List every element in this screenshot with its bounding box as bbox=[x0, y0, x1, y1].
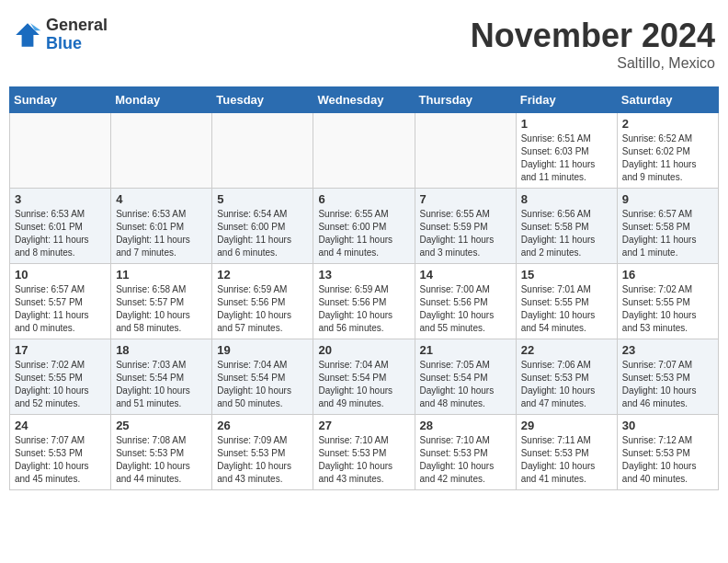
day-info: Sunrise: 7:07 AM Sunset: 5:53 PM Dayligh… bbox=[622, 359, 713, 410]
day-info: Sunrise: 7:04 AM Sunset: 5:54 PM Dayligh… bbox=[318, 359, 409, 410]
day-number: 11 bbox=[116, 268, 207, 282]
day-info: Sunrise: 6:51 AM Sunset: 6:03 PM Dayligh… bbox=[521, 132, 612, 184]
logo-general-text: General bbox=[46, 17, 108, 35]
calendar-cell: 24Sunrise: 7:07 AM Sunset: 5:53 PM Dayli… bbox=[10, 415, 111, 490]
calendar-cell: 12Sunrise: 6:59 AM Sunset: 5:56 PM Dayli… bbox=[212, 264, 313, 339]
calendar-cell: 8Sunrise: 6:56 AM Sunset: 5:58 PM Daylig… bbox=[516, 189, 617, 264]
day-info: Sunrise: 7:12 AM Sunset: 5:53 PM Dayligh… bbox=[622, 434, 713, 486]
day-number: 3 bbox=[15, 192, 106, 206]
day-info: Sunrise: 7:10 AM Sunset: 5:53 PM Dayligh… bbox=[318, 434, 409, 486]
page-header: General Blue November 2024 Saltillo, Mex… bbox=[9, 9, 719, 79]
day-number: 8 bbox=[521, 192, 612, 206]
calendar-cell: 28Sunrise: 7:10 AM Sunset: 5:53 PM Dayli… bbox=[415, 415, 516, 490]
calendar-cell: 7Sunrise: 6:55 AM Sunset: 5:59 PM Daylig… bbox=[415, 189, 516, 264]
day-header-monday: Monday bbox=[111, 87, 212, 113]
calendar-cell bbox=[313, 113, 415, 189]
day-number: 1 bbox=[521, 117, 612, 131]
day-header-friday: Friday bbox=[516, 87, 617, 113]
day-header-thursday: Thursday bbox=[415, 87, 516, 113]
day-number: 26 bbox=[217, 419, 308, 432]
day-info: Sunrise: 7:05 AM Sunset: 5:54 PM Dayligh… bbox=[420, 359, 511, 410]
day-info: Sunrise: 7:08 AM Sunset: 5:53 PM Dayligh… bbox=[116, 434, 207, 486]
day-info: Sunrise: 7:09 AM Sunset: 5:53 PM Dayligh… bbox=[217, 434, 308, 486]
day-number: 28 bbox=[420, 419, 511, 432]
day-header-wednesday: Wednesday bbox=[313, 87, 415, 113]
day-info: Sunrise: 7:02 AM Sunset: 5:55 PM Dayligh… bbox=[15, 359, 106, 410]
calendar-cell bbox=[111, 113, 212, 189]
day-info: Sunrise: 6:59 AM Sunset: 5:56 PM Dayligh… bbox=[318, 283, 409, 335]
day-number: 13 bbox=[318, 268, 409, 282]
calendar-cell: 16Sunrise: 7:02 AM Sunset: 5:55 PM Dayli… bbox=[617, 264, 718, 339]
logo: General Blue bbox=[13, 17, 108, 53]
calendar-cell: 2Sunrise: 6:52 AM Sunset: 6:02 PM Daylig… bbox=[617, 113, 718, 189]
day-number: 12 bbox=[217, 268, 308, 282]
day-header-saturday: Saturday bbox=[617, 87, 718, 113]
calendar-cell: 15Sunrise: 7:01 AM Sunset: 5:55 PM Dayli… bbox=[516, 264, 617, 339]
calendar-cell: 30Sunrise: 7:12 AM Sunset: 5:53 PM Dayli… bbox=[617, 415, 718, 490]
day-info: Sunrise: 6:58 AM Sunset: 5:57 PM Dayligh… bbox=[116, 283, 207, 335]
location-subtitle: Saltillo, Mexico bbox=[471, 55, 715, 72]
calendar-cell: 19Sunrise: 7:04 AM Sunset: 5:54 PM Dayli… bbox=[212, 339, 313, 415]
day-number: 5 bbox=[217, 192, 308, 206]
day-info: Sunrise: 7:01 AM Sunset: 5:55 PM Dayligh… bbox=[521, 283, 612, 335]
day-info: Sunrise: 7:04 AM Sunset: 5:54 PM Dayligh… bbox=[217, 359, 308, 410]
day-number: 23 bbox=[622, 343, 713, 357]
day-info: Sunrise: 6:55 AM Sunset: 5:59 PM Dayligh… bbox=[420, 208, 511, 259]
day-number: 25 bbox=[116, 419, 207, 432]
day-number: 19 bbox=[217, 343, 308, 357]
calendar-cell: 26Sunrise: 7:09 AM Sunset: 5:53 PM Dayli… bbox=[212, 415, 313, 490]
day-number: 9 bbox=[622, 192, 713, 206]
calendar-cell: 4Sunrise: 6:53 AM Sunset: 6:01 PM Daylig… bbox=[111, 189, 212, 264]
calendar-cell: 21Sunrise: 7:05 AM Sunset: 5:54 PM Dayli… bbox=[415, 339, 516, 415]
calendar-cell: 18Sunrise: 7:03 AM Sunset: 5:54 PM Dayli… bbox=[111, 339, 212, 415]
day-number: 18 bbox=[116, 343, 207, 357]
day-number: 27 bbox=[318, 419, 409, 432]
title-area: November 2024 Saltillo, Mexico bbox=[471, 17, 715, 72]
day-info: Sunrise: 6:55 AM Sunset: 6:00 PM Dayligh… bbox=[318, 208, 409, 259]
logo-icon bbox=[13, 20, 42, 50]
day-info: Sunrise: 6:52 AM Sunset: 6:02 PM Dayligh… bbox=[622, 132, 713, 184]
day-number: 30 bbox=[622, 419, 713, 432]
day-info: Sunrise: 7:02 AM Sunset: 5:55 PM Dayligh… bbox=[622, 283, 713, 335]
calendar-cell: 6Sunrise: 6:55 AM Sunset: 6:00 PM Daylig… bbox=[313, 189, 415, 264]
day-info: Sunrise: 6:59 AM Sunset: 5:56 PM Dayligh… bbox=[217, 283, 308, 335]
day-number: 22 bbox=[521, 343, 612, 357]
calendar-cell: 9Sunrise: 6:57 AM Sunset: 5:58 PM Daylig… bbox=[617, 189, 718, 264]
day-number: 6 bbox=[318, 192, 409, 206]
calendar-cell: 11Sunrise: 6:58 AM Sunset: 5:57 PM Dayli… bbox=[111, 264, 212, 339]
calendar-cell: 27Sunrise: 7:10 AM Sunset: 5:53 PM Dayli… bbox=[313, 415, 415, 490]
day-number: 7 bbox=[420, 192, 511, 206]
day-number: 20 bbox=[318, 343, 409, 357]
day-info: Sunrise: 7:03 AM Sunset: 5:54 PM Dayligh… bbox=[116, 359, 207, 410]
calendar-cell: 29Sunrise: 7:11 AM Sunset: 5:53 PM Dayli… bbox=[516, 415, 617, 490]
day-info: Sunrise: 6:57 AM Sunset: 5:57 PM Dayligh… bbox=[15, 283, 106, 335]
calendar-cell: 20Sunrise: 7:04 AM Sunset: 5:54 PM Dayli… bbox=[313, 339, 415, 415]
calendar-cell: 1Sunrise: 6:51 AM Sunset: 6:03 PM Daylig… bbox=[516, 113, 617, 189]
day-number: 16 bbox=[622, 268, 713, 282]
day-info: Sunrise: 6:56 AM Sunset: 5:58 PM Dayligh… bbox=[521, 208, 612, 259]
day-number: 10 bbox=[15, 268, 106, 282]
calendar-cell: 17Sunrise: 7:02 AM Sunset: 5:55 PM Dayli… bbox=[10, 339, 111, 415]
day-number: 2 bbox=[622, 117, 713, 131]
calendar-cell bbox=[212, 113, 313, 189]
day-number: 4 bbox=[116, 192, 207, 206]
day-number: 14 bbox=[420, 268, 511, 282]
day-info: Sunrise: 7:07 AM Sunset: 5:53 PM Dayligh… bbox=[15, 434, 106, 486]
calendar-cell: 14Sunrise: 7:00 AM Sunset: 5:56 PM Dayli… bbox=[415, 264, 516, 339]
day-number: 24 bbox=[15, 419, 106, 432]
day-number: 29 bbox=[521, 419, 612, 432]
calendar-cell: 10Sunrise: 6:57 AM Sunset: 5:57 PM Dayli… bbox=[10, 264, 111, 339]
calendar-cell: 22Sunrise: 7:06 AM Sunset: 5:53 PM Dayli… bbox=[516, 339, 617, 415]
calendar-cell bbox=[10, 113, 111, 189]
day-info: Sunrise: 7:11 AM Sunset: 5:53 PM Dayligh… bbox=[521, 434, 612, 486]
day-info: Sunrise: 6:57 AM Sunset: 5:58 PM Dayligh… bbox=[622, 208, 713, 259]
day-number: 17 bbox=[15, 343, 106, 357]
calendar-cell bbox=[415, 113, 516, 189]
month-title: November 2024 bbox=[471, 17, 715, 55]
day-number: 15 bbox=[521, 268, 612, 282]
logo-blue-text: Blue bbox=[46, 35, 108, 53]
day-info: Sunrise: 7:00 AM Sunset: 5:56 PM Dayligh… bbox=[420, 283, 511, 335]
day-info: Sunrise: 6:54 AM Sunset: 6:00 PM Dayligh… bbox=[217, 208, 308, 259]
day-info: Sunrise: 6:53 AM Sunset: 6:01 PM Dayligh… bbox=[15, 208, 106, 259]
calendar-cell: 5Sunrise: 6:54 AM Sunset: 6:00 PM Daylig… bbox=[212, 189, 313, 264]
